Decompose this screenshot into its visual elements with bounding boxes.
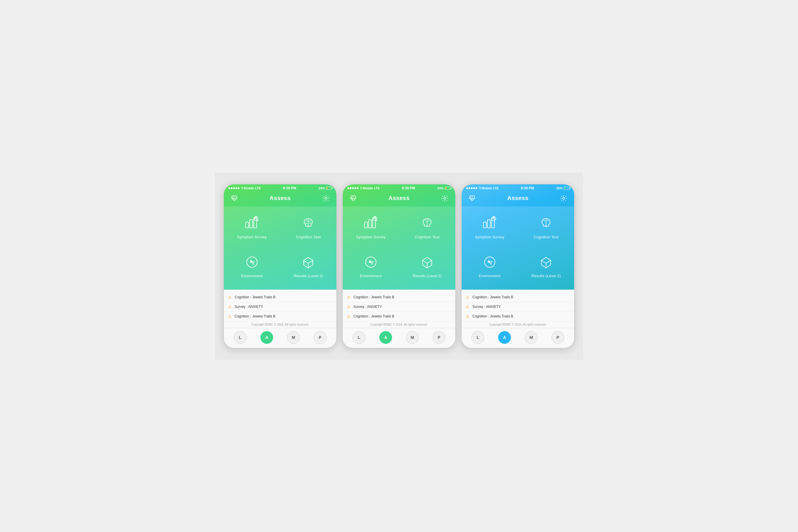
phone1-cognition-test-item[interactable]: Cognition Test — [280, 206, 337, 245]
phone2-notif-text-1: Cognition : Jewels Trails B — [354, 295, 394, 299]
phone3-settings-icon[interactable] — [559, 194, 568, 203]
svg-rect-1 — [246, 222, 248, 228]
phone1-gradient-body: T-Mobile LTE 9:39 PM 24% Assess — [224, 184, 336, 290]
svg-marker-38 — [489, 262, 492, 264]
phone2-cognition-test-label: Cognition Test — [415, 235, 440, 239]
phone3-notif-text-1: Cognition : Jewels Trails B — [472, 295, 513, 299]
phone-frame-1: T-Mobile LTE 9:39 PM 24% Assess — [224, 184, 337, 348]
phone1-battery-area: 24% — [318, 186, 332, 190]
phone1-settings-icon[interactable] — [321, 194, 330, 203]
svg-point-0 — [325, 197, 327, 199]
phone1-cognition-test-label: Cognition Test — [296, 235, 321, 239]
phone2-carrier: T-Mobile LTE — [360, 186, 380, 190]
phone2-settings-icon[interactable] — [440, 194, 450, 203]
phone2-compass-icon — [363, 254, 379, 270]
phone3-gradient-body: T-Mobile LTE 9:39 PM 25% Assess — [462, 184, 574, 290]
phone1-tab-A[interactable]: A — [260, 331, 273, 344]
phone3-environment-label: Environment — [479, 274, 500, 278]
phone3-signal-dots — [466, 187, 477, 189]
phone2-tab-M[interactable]: M — [406, 331, 419, 344]
phone2-status-left: T-Mobile LTE — [347, 186, 380, 190]
phone2-warn-icon-1: ⚠ — [347, 295, 350, 300]
svg-marker-24 — [368, 260, 372, 263]
phone2-heart-rate-icon — [348, 194, 358, 203]
phone1-status-bar: T-Mobile LTE 9:39 PM 24% — [224, 184, 336, 191]
phone2-brain-icon — [419, 215, 435, 231]
phone2-tab-L[interactable]: L — [353, 331, 365, 344]
phone2-results-label: Results (Level 2) — [413, 274, 442, 278]
phone2-warn-icon-2: ⚠ — [347, 304, 350, 309]
phone3-environment-item[interactable]: Environment — [462, 245, 518, 284]
phone2-status-bar: T-Mobile LTE 9:39 PM 24% — [343, 184, 455, 191]
phone3-tab-L[interactable]: L — [472, 331, 484, 344]
phone2-symptom-survey-label: Symptom Survey — [356, 235, 386, 239]
phone1-notif-text-1: Cognition : Jewels Trails B — [234, 295, 276, 299]
dot — [228, 187, 230, 189]
phone3-tab-P[interactable]: P — [552, 331, 564, 344]
phone1-warn-icon-3: ⚠ — [228, 314, 232, 319]
phone1-menu-grid: Symptom Survey Cognition — [224, 206, 336, 290]
phone2-cognition-test-item[interactable]: Cognition Test — [399, 206, 456, 245]
phone2-header-title: Assess — [388, 195, 410, 202]
dot — [354, 187, 356, 189]
phone2-results-item[interactable]: Results (Level 2) — [399, 245, 456, 284]
dot — [471, 187, 473, 189]
phone1-carrier: T-Mobile LTE — [241, 186, 261, 190]
phone3-battery-icon — [564, 187, 570, 190]
phone3-notif-2: ⚠ Survey : ANXIETY — [462, 302, 574, 312]
phone3-tab-A[interactable]: A — [498, 331, 511, 344]
phone3-chart-person-icon — [482, 215, 498, 231]
phone1-results-item[interactable]: Results (Level 2) — [280, 245, 337, 284]
phone1-header-title: Assess — [269, 195, 290, 202]
phone2-bottom-section: ⚠ Cognition : Jewels Trails B ⚠ Survey :… — [343, 290, 455, 348]
phone1-tab-L[interactable]: L — [234, 331, 246, 344]
phone3-symptom-survey-item[interactable]: Symptom Survey — [462, 206, 518, 245]
svg-rect-2 — [250, 220, 252, 228]
dot — [469, 187, 470, 189]
phone1-notif-2: ⚠ Survey : ANXIETY — [224, 302, 336, 312]
phone1-environment-item[interactable]: Environment — [224, 245, 280, 284]
phone2-battery-area: 24% — [437, 186, 451, 190]
phone3-tab-M[interactable]: M — [525, 331, 538, 344]
phone2-environment-label: Environment — [360, 274, 382, 278]
outer-container: T-Mobile LTE 9:39 PM 24% Assess — [215, 172, 583, 360]
phone1-notif-text-3: Cognition : Jewels Trails B — [234, 314, 276, 318]
phone1-symptom-survey-item[interactable]: Symptom Survey — [224, 206, 280, 245]
phone3-cognition-test-item[interactable]: Cognition Test — [518, 206, 574, 245]
phone3-status-bar: T-Mobile LTE 9:39 PM 25% — [462, 184, 574, 191]
phone3-results-item[interactable]: Results (Level 2) — [518, 245, 574, 284]
phone1-tab-P[interactable]: P — [314, 331, 326, 344]
phone1-tab-bar: L A M P — [224, 328, 336, 348]
phone1-tab-M[interactable]: M — [287, 331, 300, 344]
phone2-menu-grid: Symptom Survey Cognition Test — [343, 206, 455, 290]
phone1-results-label: Results (Level 2) — [294, 274, 323, 278]
phone3-symptom-survey-label: Symptom Survey — [475, 235, 505, 239]
phone2-tab-P[interactable]: P — [433, 331, 445, 344]
phone3-time: 9:39 PM — [521, 186, 534, 190]
phone2-tab-A[interactable]: A — [379, 331, 392, 344]
phone2-signal-dots — [347, 187, 358, 189]
phone-frame-3: T-Mobile LTE 9:39 PM 25% Assess — [461, 184, 574, 348]
svg-point-14 — [444, 197, 446, 199]
phone2-copyright: Copyright BDMC © 2018. All rights reserv… — [343, 321, 455, 328]
phone3-brain-icon — [538, 215, 554, 231]
phone2-symptom-survey-item[interactable]: Symptom Survey — [343, 206, 399, 245]
phone1-chart-person-icon — [244, 215, 260, 231]
phone2-chart-person-icon — [363, 215, 379, 231]
phone2-warn-icon-3: ⚠ — [347, 314, 350, 319]
phone2-battery-icon — [445, 187, 451, 190]
phone2-battery-percent: 24% — [437, 186, 444, 190]
phone3-battery-percent: 25% — [556, 186, 563, 190]
dot — [347, 187, 349, 189]
phone2-gradient-body: T-Mobile LTE 9:39 PM 24% Assess — [343, 184, 455, 290]
phone3-tab-bar: L A M P — [462, 328, 574, 348]
phone3-notif-text-2: Survey : ANXIETY — [472, 305, 501, 309]
phone2-environment-item[interactable]: Environment — [343, 245, 399, 284]
phone3-bottom-section: ⚠ Cognition : Jewels Trails B ⚠ Survey :… — [462, 290, 574, 348]
phone3-header-title: Assess — [507, 195, 528, 202]
phone1-symptom-survey-label: Symptom Survey — [237, 235, 267, 239]
phone1-heart-rate-icon — [230, 194, 239, 203]
phone3-cube-icon — [538, 254, 554, 270]
phone3-battery-area: 25% — [556, 186, 570, 190]
phone3-carrier: T-Mobile LTE — [479, 186, 499, 190]
